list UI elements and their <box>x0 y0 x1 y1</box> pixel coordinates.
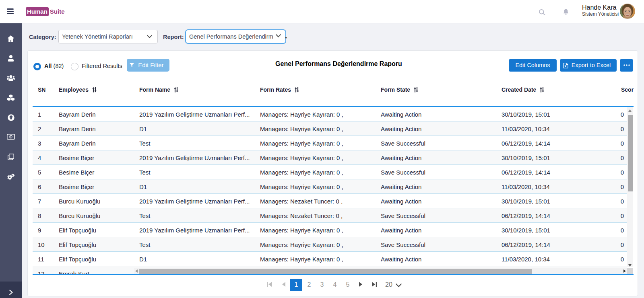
svg-text:x: x <box>564 64 566 68</box>
